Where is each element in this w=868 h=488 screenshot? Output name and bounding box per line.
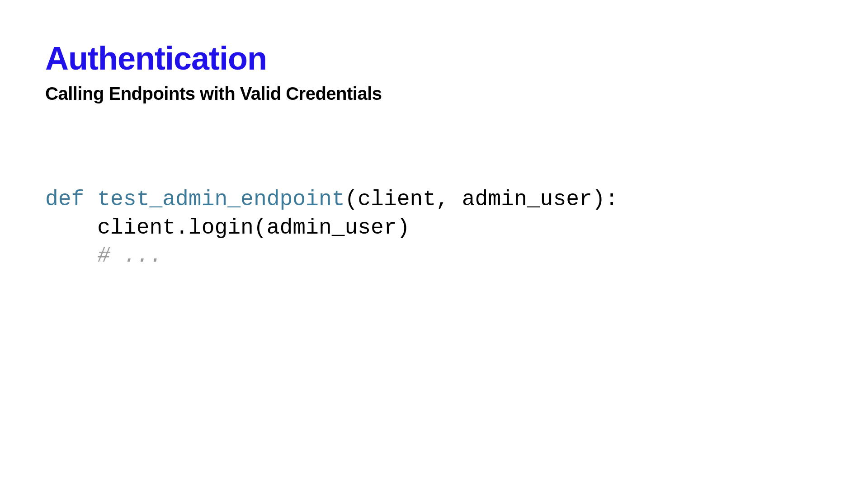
slide-subtitle: Calling Endpoints with Valid Credentials xyxy=(45,84,823,104)
code-space xyxy=(84,187,97,211)
code-line-body: client.login(admin_user) xyxy=(97,216,410,240)
code-indent xyxy=(45,244,97,268)
code-block: def test_admin_endpoint(client, admin_us… xyxy=(45,185,823,270)
code-params: (client, admin_user): xyxy=(345,187,618,211)
code-function-name: test_admin_endpoint xyxy=(97,187,344,211)
code-keyword-def: def xyxy=(45,187,84,211)
code-comment: # ... xyxy=(97,244,162,268)
slide-title: Authentication xyxy=(45,41,823,76)
code-indent xyxy=(45,216,97,240)
